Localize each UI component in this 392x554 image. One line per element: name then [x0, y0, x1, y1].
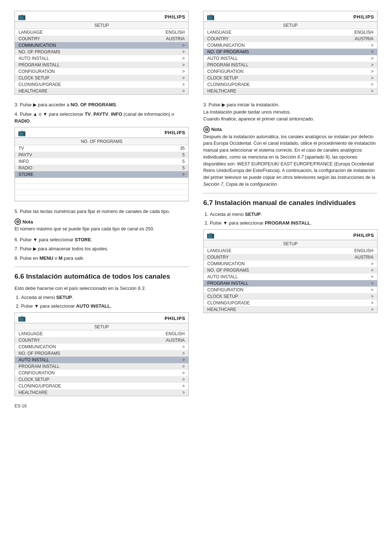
note-title-1: ⊖ Nota: [15, 218, 189, 225]
note-title-right: ⊖ Nota: [203, 126, 377, 133]
setup-menu-2: 📺 PHILIPS SETUP LANGUAGEENGLISH COUNTRYA…: [15, 312, 189, 396]
s66-step2: Pulse ▼ para seleccionar AUTO INSTALL.: [21, 303, 189, 310]
step5: 5. Pulse las teclas numéricas para fijar…: [15, 208, 189, 215]
section-67-heading: 6.7 Instalación manual de canales indivi…: [203, 198, 377, 208]
menu-row: CONFIGURATION>: [15, 68, 188, 75]
menu-row: NO. OF PROGRAMS>: [15, 49, 188, 55]
note-text-right: Después de la instalación automática, lo…: [203, 134, 377, 188]
menu-row: COUNTRYAUSTRIA: [15, 36, 188, 42]
menu-row: CLOCK SETUP>: [15, 75, 188, 81]
tv-icon-2: 📺: [18, 314, 26, 322]
philips-logo-1: PHILIPS: [164, 14, 185, 20]
step3: 3. Pulse ▶ para acceder a NO. OF PROGRAM…: [15, 101, 189, 108]
s67-step1: Acceda al menú SETUP.: [210, 211, 377, 218]
menu-header-1: 📺 PHILIPS: [15, 11, 188, 22]
menu-row-highlighted-auto: AUTO INSTALL>: [15, 357, 188, 363]
nop-row-radio: RADIO5: [15, 165, 188, 171]
nop-row-paytv: PAYTV5: [15, 152, 188, 158]
menu-row-highlighted: COMMUNICATION>: [15, 42, 188, 49]
menu-row: CLOCK SETUP>: [204, 293, 377, 300]
menu-row: COMMUNICATION>: [204, 260, 377, 267]
philips-logo-right: PHILIPS: [353, 14, 374, 20]
section-divider: [15, 267, 189, 267]
menu-row: LANGUAGEENGLISH: [15, 331, 188, 337]
menu-row: LANGUAGEENGLISH: [204, 29, 377, 36]
menu-title-right: SETUP: [204, 22, 377, 29]
setup-menu-1: 📺 PHILIPS SETUP LANGUAGEENGLISH COUNTRYA…: [15, 11, 189, 95]
menu-row: CONFIGURATION>: [204, 287, 377, 293]
menu-header-right: 📺 PHILIPS: [204, 11, 377, 22]
menu-row-highlighted-nop: NO. OF PROGRAMS>: [204, 49, 377, 55]
menu-row: CLONING/UPGRADE>: [15, 81, 188, 88]
left-column: 📺 PHILIPS SETUP LANGUAGEENGLISH COUNTRYA…: [15, 11, 189, 411]
menu-row: HEALTHCARE>: [204, 88, 377, 94]
section66-steps: Acceda al menú SETUP. Pulse ▼ para selec…: [15, 294, 189, 309]
section67-steps: Acceda al menú SETUP. Pulse ▼ para selec…: [203, 211, 377, 226]
nop-row-store: STORE>: [15, 171, 188, 178]
right-step3: 3. Pulse ▶ para iniciar la instalación. …: [203, 101, 377, 123]
step8: 8. Pulse en MENU o M para salir.: [15, 255, 189, 262]
nop-row-tv: TV35: [15, 145, 188, 152]
menu-row: NO. OF PROGRAMS>: [204, 267, 377, 274]
nop-row-info: INFO5: [15, 158, 188, 165]
philips-logo-2: PHILIPS: [164, 316, 185, 321]
section-divider-right: [203, 193, 377, 193]
setup-menu-right-top: 📺 PHILIPS SETUP LANGUAGEENGLISH COUNTRYA…: [203, 11, 377, 95]
menu-row: AUTO INSTALL>: [15, 55, 188, 62]
philips-logo-nop: PHILIPS: [164, 130, 185, 135]
menu-row: AUTO INSTALL>: [204, 55, 377, 62]
tv-icon: 📺: [18, 13, 26, 21]
menu-row: CLOCK SETUP>: [15, 376, 188, 383]
menu-row: CONFIGURATION>: [204, 68, 377, 75]
menu-row: CLONING/UPGRADE>: [204, 300, 377, 306]
section-66-heading: 6.6 Instalación automática de todos los …: [15, 272, 189, 281]
right-column: 📺 PHILIPS SETUP LANGUAGEENGLISH COUNTRYA…: [203, 11, 377, 411]
note-icon-right: ⊖: [203, 126, 210, 133]
empty-row: [15, 184, 188, 189]
tv-icon-3: 📺: [207, 231, 215, 239]
menu-row: NO. OF PROGRAMS>: [15, 350, 188, 357]
menu-row: CLONING/UPGRADE>: [15, 383, 188, 389]
nop-menu: 📺 PHILIPS NO. OF PROGRAMS TV35 PAYTV5 IN…: [15, 127, 189, 201]
menu-row: HEALTHCARE>: [204, 306, 377, 313]
menu-row: COMMUNICATION>: [15, 344, 188, 350]
menu-row: COMMUNICATION>: [204, 42, 377, 49]
menu-row: COUNTRYAUSTRIA: [204, 36, 377, 42]
menu-row: CONFIGURATION>: [15, 370, 188, 376]
setup-menu-3: 📺 PHILIPS SETUP LANGUAGEENGLISH COUNTRYA…: [203, 229, 377, 313]
menu-row: PROGRAM INSTALL>: [15, 363, 188, 370]
step6: 6. Pulse ▼ para seleccionar STORE.: [15, 236, 189, 243]
menu-row: LANGUAGEENGLISH: [15, 29, 188, 36]
menu-row: PROGRAM INSTALL>: [204, 62, 377, 68]
nop-menu-title: NO. OF PROGRAMS: [15, 138, 188, 145]
note-box-1: ⊖ Nota El número máximo que se puede fij…: [15, 218, 189, 233]
menu-row: HEALTHCARE>: [15, 389, 188, 396]
menu-header-2: 📺 PHILIPS: [15, 313, 188, 323]
menu-row: LANGUAGEENGLISH: [204, 247, 377, 254]
page-number: ES-16: [15, 403, 189, 409]
philips-logo-3: PHILIPS: [353, 233, 374, 238]
note-text-1: El número máximo que se puede fijar para…: [15, 226, 189, 233]
empty-row: [15, 178, 188, 184]
note-box-right: ⊖ Nota Después de la instalación automát…: [203, 126, 377, 188]
empty-row: [15, 195, 188, 201]
menu-row: COUNTRYAUSTRIA: [204, 254, 377, 260]
s67-step2: Pulse ▼ para seleccionar PROGRAM INSTALL…: [210, 219, 377, 227]
empty-row: [15, 189, 188, 195]
page-layout: 📺 PHILIPS SETUP LANGUAGEENGLISH COUNTRYA…: [15, 11, 377, 411]
note-icon-1: ⊖: [15, 218, 21, 225]
tv-icon-nop: 📺: [18, 129, 26, 137]
menu-row: CLOCK SETUP>: [204, 75, 377, 81]
s66-step1: Acceda al menú SETUP.: [21, 294, 189, 301]
menu-row: AUTO INSTALL>: [204, 274, 377, 280]
menu-row-highlighted-prog: PROGRAM INSTALL>: [204, 280, 377, 287]
menu-row: COUNTRYAUSTRIA: [15, 337, 188, 344]
menu-row: CLONING/UPGRADE>: [204, 81, 377, 88]
menu-title-1: SETUP: [15, 22, 188, 29]
section66-intro: Esto debe hacerse con el país selecciona…: [15, 285, 189, 292]
menu-title-2: SETUP: [15, 323, 188, 331]
menu-header-3: 📺 PHILIPS: [204, 230, 377, 240]
step4: 4. Pulse ▲ o ▼ para seleccionar TV, PAYT…: [15, 111, 189, 125]
tv-icon-right: 📺: [207, 13, 215, 21]
step7: 7. Pulse ▶ para almacenar todos los ajus…: [15, 245, 189, 253]
